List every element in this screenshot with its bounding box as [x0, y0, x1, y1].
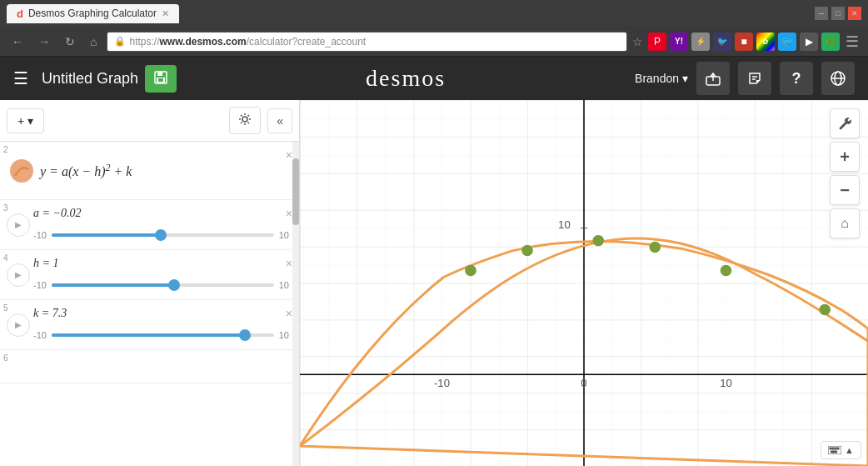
- zoom-in-btn[interactable]: +: [830, 142, 860, 172]
- add-expression-btn[interactable]: + ▾: [7, 108, 44, 133]
- ssl-lock-icon: 🔒: [114, 36, 126, 47]
- svg-point-24: [650, 243, 660, 253]
- reset-view-btn[interactable]: ⌂: [830, 208, 860, 238]
- slider-a-track[interactable]: -10 10: [33, 230, 289, 240]
- slider-a-input[interactable]: [52, 233, 274, 237]
- expression-formula[interactable]: 2 y = a(x − h)2 + k ×: [0, 142, 299, 200]
- svg-text:10: 10: [720, 377, 732, 389]
- play-k-btn[interactable]: ▶: [7, 313, 30, 337]
- panel-toolbar: + ▾ «: [0, 100, 299, 142]
- svg-text:0: 0: [581, 377, 586, 389]
- url-prefix: https://: [129, 36, 159, 48]
- scrollbar[interactable]: [292, 142, 299, 466]
- extensions-menu-btn[interactable]: ☰: [843, 33, 861, 51]
- export-btn[interactable]: [738, 62, 771, 95]
- svg-rect-29: [832, 448, 834, 449]
- home-nav-btn[interactable]: ⌂: [85, 33, 102, 50]
- close-btn[interactable]: ✕: [848, 7, 861, 20]
- wrench-tool-btn[interactable]: [830, 108, 860, 138]
- film-icon[interactable]: ▶: [800, 33, 818, 51]
- header-right: Brandon ▾ ?: [635, 62, 855, 95]
- svg-point-11: [242, 117, 247, 122]
- graph-title: Untitled Graph: [42, 70, 138, 88]
- svg-rect-28: [830, 448, 831, 449]
- tab-close-btn[interactable]: ✕: [162, 8, 169, 19]
- maximize-btn[interactable]: □: [831, 7, 845, 20]
- slider-k-input[interactable]: [52, 333, 274, 337]
- leaf-icon[interactable]: 🌿: [821, 33, 840, 51]
- expr-number-2: 2: [3, 145, 8, 154]
- yahoo-icon[interactable]: Y!: [670, 33, 688, 51]
- expressions-panel: + ▾ « 2: [0, 100, 300, 466]
- delete-formula-btn[interactable]: ×: [286, 148, 292, 162]
- pinterest-icon[interactable]: P: [648, 33, 666, 51]
- header-center: desmos: [177, 65, 635, 92]
- keyboard-expand-icon: ▲: [845, 445, 854, 455]
- ext2-icon[interactable]: 🐦: [713, 33, 731, 51]
- formula-text: y = a(x − h)2 + k: [40, 162, 289, 179]
- ext1-icon[interactable]: ⚡: [691, 33, 710, 51]
- share-graph-btn[interactable]: [696, 62, 730, 95]
- delete-slider-a-btn[interactable]: ×: [286, 207, 292, 220]
- share-icon: [705, 70, 721, 87]
- svg-point-26: [820, 304, 830, 314]
- slider-k-thumb[interactable]: [239, 329, 251, 341]
- hamburger-menu-btn[interactable]: ☰: [13, 68, 28, 88]
- graph-area[interactable]: -10 0 10 10: [300, 100, 868, 466]
- slider-k-track[interactable]: -10 10: [33, 330, 289, 340]
- bookmark-btn[interactable]: ☆: [632, 35, 643, 48]
- formula-icon: [10, 159, 33, 183]
- browser-tab[interactable]: d Desmos Graphing Calculator ✕: [7, 4, 179, 23]
- expr-number-6: 6: [3, 353, 8, 363]
- graph-tools: + − ⌂: [830, 108, 860, 238]
- slider-a-label: a = −0.02: [33, 207, 81, 220]
- back-btn[interactable]: ←: [7, 33, 28, 50]
- save-graph-btn[interactable]: [145, 65, 177, 93]
- svg-rect-1: [157, 72, 162, 76]
- add-dropdown-icon: ▾: [27, 114, 33, 128]
- delete-slider-h-btn[interactable]: ×: [286, 257, 292, 270]
- slider-a: 3 ▶ a = −0.02 -10 10: [0, 200, 299, 250]
- slider-h-track[interactable]: -10 10: [33, 280, 289, 290]
- nav-bar: ← → ↻ ⌂ 🔒 https://www.desmos.com/calcula…: [0, 27, 868, 57]
- refresh-btn[interactable]: ↻: [60, 33, 80, 50]
- slider-h-thumb[interactable]: [168, 279, 180, 291]
- play-h-btn[interactable]: ▶: [7, 263, 30, 287]
- slider-k-min: -10: [33, 330, 47, 340]
- keyboard-btn[interactable]: ▲: [821, 441, 861, 459]
- address-url: https://www.desmos.com/calculator?create…: [129, 36, 366, 48]
- graph-settings-btn[interactable]: [229, 107, 261, 134]
- ext4-icon[interactable]: ✿: [756, 33, 775, 51]
- twitter-icon[interactable]: 🐦: [778, 33, 796, 51]
- collapse-panel-btn[interactable]: «: [267, 108, 292, 133]
- expr-number-4: 4: [3, 253, 8, 263]
- play-a-btn[interactable]: ▶: [7, 213, 30, 237]
- slider-a-min: -10: [33, 230, 47, 240]
- browser-extensions: P Y! ⚡ 🐦 ■ ✿ 🐦 ▶ 🌿 ☰: [648, 33, 861, 51]
- user-menu-btn[interactable]: Brandon ▾: [635, 72, 688, 85]
- expression-empty-6[interactable]: 6: [0, 350, 299, 383]
- delete-slider-k-btn[interactable]: ×: [286, 307, 292, 320]
- formula-content: y = a(x − h)2 + k: [40, 162, 289, 179]
- tab-favicon: d: [17, 8, 23, 20]
- export-icon: [746, 70, 763, 87]
- orange-curve-icon: [13, 163, 30, 179]
- app: ☰ Untitled Graph desmos Brandon ▾: [0, 57, 868, 466]
- globe-icon: [830, 70, 846, 87]
- slider-a-thumb[interactable]: [155, 229, 167, 241]
- expr-number-5: 5: [3, 303, 8, 313]
- app-header: ☰ Untitled Graph desmos Brandon ▾: [0, 57, 868, 100]
- url-path: /calculator?create_account: [247, 36, 366, 48]
- address-bar[interactable]: 🔒 https://www.desmos.com/calculator?crea…: [107, 32, 627, 52]
- slider-h-input[interactable]: [52, 283, 274, 287]
- zoom-out-btn[interactable]: −: [830, 175, 860, 205]
- ext3-icon[interactable]: ■: [735, 33, 753, 51]
- language-btn[interactable]: [821, 62, 855, 95]
- minimize-btn[interactable]: ─: [815, 7, 828, 20]
- scrollbar-thumb[interactable]: [292, 158, 299, 225]
- forward-btn[interactable]: →: [33, 33, 55, 50]
- title-bar: d Desmos Graphing Calculator ✕ ─ □ ✕: [0, 0, 868, 27]
- help-btn[interactable]: ?: [780, 62, 813, 95]
- svg-point-23: [593, 236, 603, 246]
- plus-icon: +: [17, 114, 24, 128]
